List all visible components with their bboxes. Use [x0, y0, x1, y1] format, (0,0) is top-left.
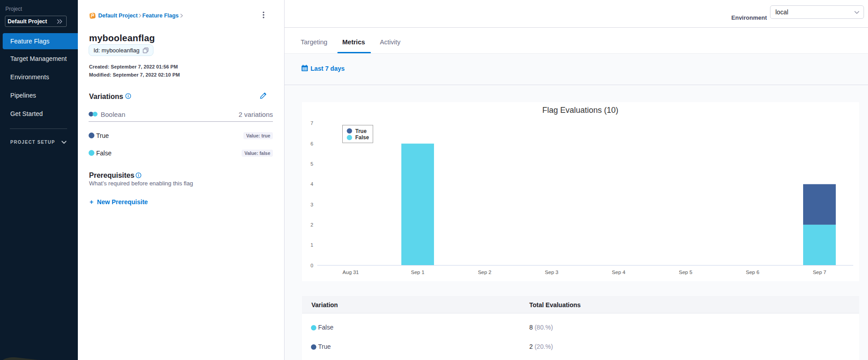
svg-text:Aug 31: Aug 31 [343, 270, 359, 275]
svg-text:Flag Evaluations (10): Flag Evaluations (10) [542, 106, 618, 115]
svg-text:Sep 5: Sep 5 [679, 270, 692, 275]
svg-text:3: 3 [311, 202, 313, 207]
svg-text:1: 1 [311, 242, 313, 248]
svg-text:False: False [355, 134, 369, 141]
svg-text:2: 2 [311, 222, 313, 227]
svg-text:Sep 7: Sep 7 [813, 270, 826, 275]
svg-text:0: 0 [311, 263, 313, 268]
svg-text:Sep 1: Sep 1 [411, 270, 424, 275]
svg-text:6: 6 [311, 141, 313, 146]
svg-text:True: True [355, 128, 367, 134]
svg-text:7: 7 [311, 120, 313, 126]
svg-text:Sep 6: Sep 6 [746, 270, 759, 275]
svg-text:Sep 3: Sep 3 [545, 270, 558, 275]
svg-text:4: 4 [311, 181, 313, 187]
svg-text:Sep 4: Sep 4 [612, 270, 626, 275]
svg-text:Sep 2: Sep 2 [478, 270, 491, 275]
svg-text:5: 5 [311, 161, 313, 167]
